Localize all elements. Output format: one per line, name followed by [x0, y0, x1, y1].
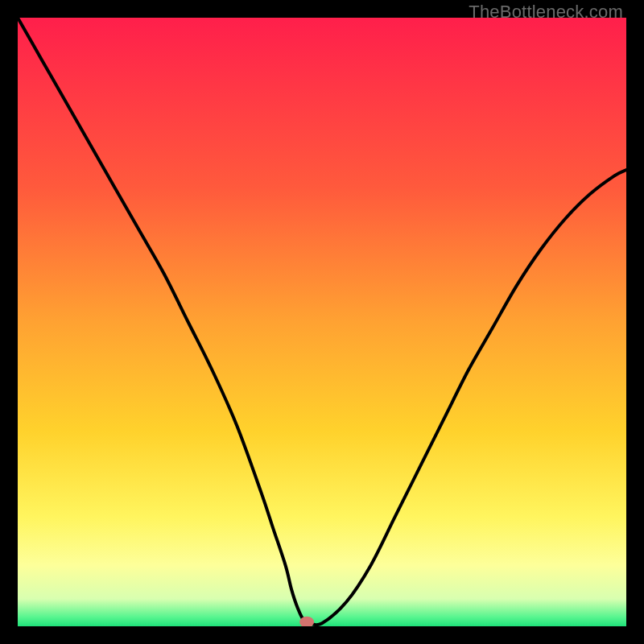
bottleneck-chart [18, 18, 626, 626]
watermark-text: TheBottleneck.com [469, 2, 623, 23]
chart-frame [18, 18, 626, 626]
gradient-background [18, 18, 626, 626]
